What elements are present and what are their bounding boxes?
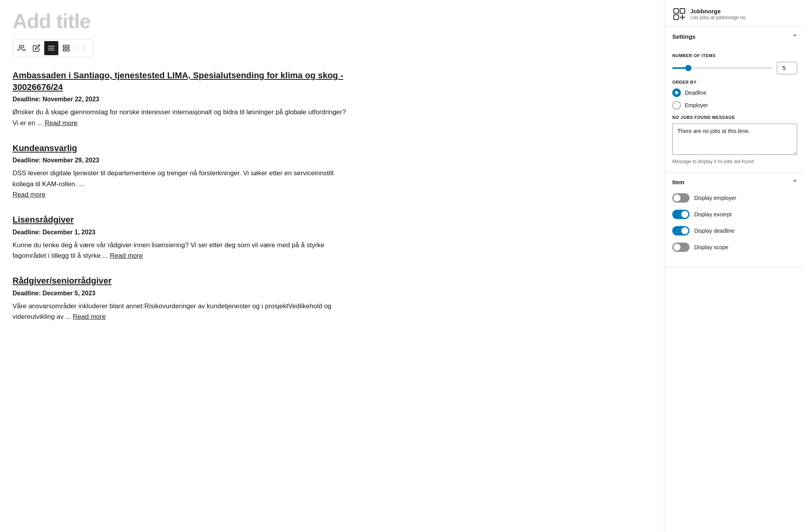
display-employer-label: Display employer	[694, 195, 736, 201]
svg-rect-5	[67, 45, 69, 48]
display-scope-label: Display scope	[694, 244, 728, 250]
display-scope-toggle[interactable]	[672, 243, 689, 252]
job-deadline: Deadline: December 5, 2023	[13, 290, 349, 297]
deadline-label: Deadline:	[13, 229, 41, 235]
settings-panel-section: Settings ⌃ NUMBER OF ITEMS 5 ORDER BY De…	[664, 27, 805, 173]
display-deadline-label: Display deadline	[694, 228, 735, 234]
item-panel-section: Item ⌃ Display employer Display excerpt	[664, 173, 805, 267]
svg-point-0	[19, 45, 22, 48]
toggle-knob	[673, 244, 680, 251]
plugin-header: Jobbnorge List jobs at jobbnorge.no	[664, 0, 805, 27]
job-item: Ambassaden i Santiago, tjenestested LIMA…	[13, 70, 349, 128]
item-section-content: Display employer Display excerpt Display…	[664, 192, 805, 267]
job-deadline: Deadline: November 29, 2023	[13, 157, 349, 164]
main-content: Add title	[0, 0, 664, 532]
job-title[interactable]: Kundeansvarlig	[13, 142, 349, 154]
chevron-up-icon: ⌃	[792, 179, 797, 185]
plugin-info: Jobbnorge List jobs at jobbnorge.no	[690, 8, 746, 20]
deadline-label: Deadline:	[13, 96, 41, 102]
job-title[interactable]: Rådgiver/seniorrådgiver	[13, 275, 349, 287]
chevron-up-icon: ⌃	[792, 34, 797, 40]
deadline-label: Deadline:	[13, 290, 41, 297]
job-excerpt: Kunne du tenke deg å være vår rådgiver i…	[13, 240, 349, 261]
read-more-link[interactable]: Read more	[110, 252, 143, 259]
svg-point-8	[83, 45, 84, 46]
slider-thumb[interactable]	[685, 65, 691, 71]
order-by-radio-group: Deadline Employer	[672, 88, 797, 110]
display-employer-toggle-row: Display employer	[672, 193, 797, 203]
grid-icon	[62, 44, 70, 52]
num-items-slider-row: 5	[672, 62, 797, 74]
plugin-description: List jobs at jobbnorge.no	[690, 14, 746, 20]
num-items-slider-track[interactable]	[672, 67, 772, 69]
more-vertical-icon	[80, 44, 88, 52]
job-excerpt: DSS leverer digitale tjenester til depar…	[13, 168, 349, 200]
employer-radio-label: Employer	[685, 102, 708, 108]
deadline-date: December 1, 2023	[42, 229, 95, 235]
display-excerpt-label: Display excerpt	[694, 211, 732, 217]
toggle-knob	[673, 194, 680, 201]
deadline-radio-label: Deadline	[685, 90, 706, 96]
deadline-radio-indicator	[672, 88, 681, 97]
page-title-placeholder[interactable]: Add title	[13, 9, 652, 33]
svg-rect-6	[67, 49, 69, 51]
job-item: Lisensrådgiver Deadline: December 1, 202…	[13, 214, 349, 261]
svg-rect-12	[680, 9, 685, 13]
grid-view-toolbar-button[interactable]	[59, 41, 73, 55]
job-title[interactable]: Ambassaden i Santiago, tjenestested LIMA…	[13, 70, 349, 93]
job-excerpt: Våre ansvarsområder inkluderer blant ann…	[13, 301, 349, 322]
item-section-header[interactable]: Item ⌃	[664, 173, 805, 192]
list-icon	[47, 44, 55, 52]
more-options-toolbar-button[interactable]	[77, 41, 91, 55]
settings-section-content: NUMBER OF ITEMS 5 ORDER BY Deadline Empl…	[664, 46, 805, 172]
display-excerpt-toggle-row: Display excerpt	[672, 210, 797, 219]
read-more-link[interactable]: Read more	[13, 191, 45, 198]
num-items-input[interactable]: 5	[777, 62, 797, 74]
no-jobs-textarea[interactable]: There are no jobs at this time.	[672, 124, 797, 155]
item-section-label: Item	[672, 179, 684, 185]
svg-rect-4	[63, 45, 66, 48]
job-title[interactable]: Lisensrådgiver	[13, 214, 349, 226]
settings-section-header[interactable]: Settings ⌃	[664, 27, 805, 46]
users-icon	[18, 44, 25, 52]
display-excerpt-toggle[interactable]	[672, 210, 689, 219]
deadline-date: December 5, 2023	[42, 290, 95, 297]
no-jobs-hint: Message to display if no jobs are found	[672, 159, 797, 164]
users-toolbar-button[interactable]	[14, 41, 29, 55]
settings-section-label: Settings	[672, 33, 695, 40]
deadline-label: Deadline:	[13, 157, 41, 164]
deadline-date: November 22, 2023	[42, 96, 99, 102]
order-by-label: ORDER BY	[672, 80, 797, 84]
svg-rect-7	[63, 49, 66, 51]
plugin-icon	[672, 7, 686, 21]
svg-rect-13	[674, 15, 679, 20]
order-by-deadline-option[interactable]: Deadline	[672, 88, 797, 97]
plugin-name: Jobbnorge	[690, 8, 746, 14]
edit-toolbar-button[interactable]	[29, 41, 43, 55]
job-deadline: Deadline: December 1, 2023	[13, 229, 349, 236]
num-items-label: NUMBER OF ITEMS	[672, 53, 797, 58]
display-deadline-toggle[interactable]	[672, 226, 689, 235]
svg-point-9	[83, 48, 84, 49]
toolbar-divider	[75, 43, 75, 53]
read-more-link[interactable]: Read more	[45, 119, 78, 127]
job-item: Rådgiver/seniorrådgiver Deadline: Decemb…	[13, 275, 349, 322]
display-deadline-toggle-row: Display deadline	[672, 226, 797, 235]
svg-rect-11	[674, 9, 679, 13]
no-jobs-label: NO JOBS FOUND MESSAGE	[672, 115, 797, 120]
display-scope-toggle-row: Display scope	[672, 243, 797, 252]
job-excerpt: Ønsker du å skape gjennomslag for norske…	[13, 107, 349, 128]
job-deadline: Deadline: November 22, 2023	[13, 96, 349, 103]
toggle-knob	[681, 211, 688, 218]
display-employer-toggle[interactable]	[672, 193, 689, 203]
edit-icon	[32, 44, 40, 52]
order-by-employer-option[interactable]: Employer	[672, 101, 797, 110]
settings-sidebar: Jobbnorge List jobs at jobbnorge.no Sett…	[664, 0, 805, 532]
job-list: Ambassaden i Santiago, tjenestested LIMA…	[13, 70, 349, 322]
svg-point-10	[83, 50, 84, 51]
deadline-date: November 29, 2023	[42, 157, 99, 164]
job-item: Kundeansvarlig Deadline: November 29, 20…	[13, 142, 349, 200]
read-more-link[interactable]: Read more	[73, 313, 106, 320]
employer-radio-indicator	[672, 101, 681, 110]
list-view-toolbar-button[interactable]	[44, 41, 58, 55]
